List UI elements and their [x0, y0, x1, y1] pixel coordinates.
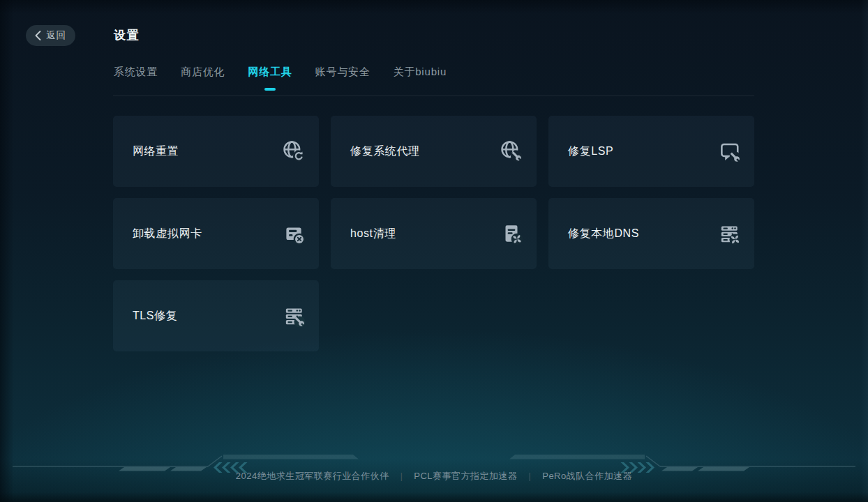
settings-page: 返回 设置 系统设置 商店优化 网络工具 账号与安全 关于biubiu 网络重置: [0, 0, 868, 502]
footer-partner-item: 2024绝地求生冠军联赛行业合作伙伴: [236, 470, 389, 482]
tool-card-uninstall-virtual-nic[interactable]: 卸载虚拟网卡: [113, 198, 319, 269]
footer-partner-item: PCL赛事官方指定加速器: [414, 470, 517, 482]
tool-card-host-clean[interactable]: host清理: [331, 198, 537, 269]
active-tab-underline: [264, 88, 276, 91]
tool-label: 修复LSP: [568, 144, 613, 159]
tool-label: 修复本地DNS: [568, 227, 639, 241]
page-title: 设置: [114, 27, 140, 43]
footer-separator: |: [529, 471, 532, 481]
monitor-wrench-icon: [717, 139, 741, 163]
tool-label: 网络重置: [133, 144, 179, 159]
tool-card-tls-fix[interactable]: TLS修复: [113, 280, 319, 351]
network-tools-grid: 网络重置 修复系统代理: [113, 116, 755, 351]
tool-label: 卸载虚拟网卡: [133, 227, 202, 241]
tool-card-fix-system-proxy[interactable]: 修复系统代理: [331, 116, 537, 187]
back-button-label: 返回: [46, 29, 66, 42]
tabs-divider: [113, 96, 754, 96]
edge-shade-left: [0, 0, 14, 502]
footer-separator: |: [401, 471, 403, 481]
footer-partners: 2024绝地求生冠军联赛行业合作伙伴 | PCL赛事官方指定加速器 | PeRo…: [0, 470, 868, 482]
edge-shade-bottom: [0, 492, 868, 502]
tab-store-optimization[interactable]: 商店优化: [181, 66, 225, 82]
tab-network-tools[interactable]: 网络工具: [248, 66, 292, 82]
tool-card-fix-lsp[interactable]: 修复LSP: [548, 116, 754, 187]
edge-shade-right: [860, 0, 868, 502]
tab-network-tools-label: 网络工具: [248, 66, 292, 77]
tab-system-settings[interactable]: 系统设置: [114, 66, 158, 82]
network-card-remove-icon: [282, 222, 306, 245]
tool-label: TLS修复: [133, 309, 177, 324]
footer-partner-item: PeRo战队合作加速器: [542, 470, 632, 482]
globe-reset-icon: [282, 139, 306, 163]
globe-wrench-icon: [500, 139, 523, 163]
server-wrench-icon: [282, 304, 306, 328]
back-button[interactable]: 返回: [26, 25, 75, 46]
tool-label: host清理: [350, 227, 396, 241]
document-clean-icon: [500, 222, 523, 245]
tab-account-security[interactable]: 账号与安全: [315, 66, 371, 82]
tool-label: 修复系统代理: [350, 144, 420, 159]
chevron-left-icon: [35, 31, 41, 40]
tool-card-network-reset[interactable]: 网络重置: [113, 116, 319, 187]
tab-about-biubiu[interactable]: 关于biubiu: [394, 66, 447, 82]
server-clean-icon: [717, 222, 741, 245]
tool-card-fix-local-dns[interactable]: 修复本地DNS: [548, 198, 754, 269]
edge-shade-top: [0, 0, 868, 14]
settings-tabs: 系统设置 商店优化 网络工具 账号与安全 关于biubiu: [114, 66, 447, 82]
